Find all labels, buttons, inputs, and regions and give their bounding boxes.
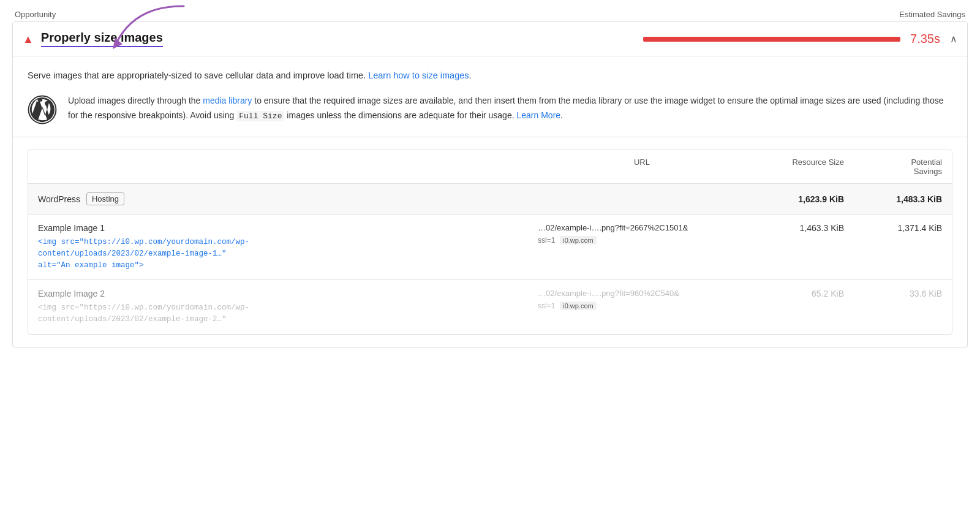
- wp-tip-text: Upload images directly through the media…: [68, 94, 952, 123]
- group-name: WordPress: [38, 194, 80, 204]
- item-url-col-2: …02/example-i….png?fit=960%2C540& ssl=1 …: [538, 289, 746, 310]
- group-label: WordPress Hosting: [38, 192, 538, 205]
- item-title-1: Example Image 1: [38, 223, 530, 233]
- wordpress-tip: Upload images directly through the media…: [28, 94, 952, 124]
- warning-icon: ▲: [23, 34, 34, 45]
- item-url-sub-1: ssl=1 i0.wp.com: [538, 235, 739, 245]
- item-code-2: <img src="https://i0.wp.com/yourdomain.c…: [38, 302, 530, 325]
- item-potential-savings-1: 1,371.4 KiB: [844, 223, 942, 233]
- chevron-up-icon[interactable]: ∧: [950, 33, 957, 45]
- main-description: Serve images that are appropriately-size…: [28, 69, 952, 83]
- item-title-col-2: Example Image 2 <img src="https://i0.wp.…: [38, 289, 538, 325]
- title-right: 7.35s ∧: [643, 32, 957, 46]
- item-url-badge-2: i0.wp.com: [560, 302, 597, 310]
- item-url-sub-2: ssl=1 i0.wp.com: [538, 300, 739, 310]
- item-url-main-1: …02/example-i….png?fit=2667%2C1501&: [538, 223, 739, 232]
- group-row: WordPress Hosting 1,623.9 KiB 1,483.3 Ki…: [28, 184, 952, 215]
- table-row: Example Image 1 <img src="https://i0.wp.…: [28, 215, 952, 280]
- table-header: URL Resource Size Potential Savings: [28, 150, 952, 184]
- table-section: URL Resource Size Potential Savings Word…: [13, 150, 967, 335]
- code-full-size: Full Size: [236, 111, 284, 121]
- title-left: ▲ Properly size images: [23, 31, 163, 47]
- title-bar: ▲ Properly size images 7.35s ∧: [13, 22, 967, 56]
- col-header-name: [38, 158, 538, 176]
- item-url-badge-1: i0.wp.com: [560, 236, 597, 245]
- item-potential-savings-2: 33.6 KiB: [844, 289, 942, 298]
- col-header-potential-savings: Potential Savings: [844, 158, 942, 176]
- data-table: URL Resource Size Potential Savings Word…: [28, 150, 952, 335]
- opportunity-label: Opportunity: [15, 10, 56, 19]
- item-url-main-2: …02/example-i….png?fit=960%2C540&: [538, 289, 739, 298]
- group-resource-size: 1,623.9 KiB: [746, 194, 844, 204]
- learn-how-link[interactable]: Learn how to size images: [368, 70, 469, 80]
- header-row: Opportunity Estimated Savings: [12, 10, 968, 19]
- item-url-col-1: …02/example-i….png?fit=2667%2C1501& ssl=…: [538, 223, 746, 245]
- item-resource-size-2: 65.2 KiB: [746, 289, 844, 298]
- page-title: Properly size images: [41, 31, 163, 47]
- col-header-url: URL: [538, 158, 746, 176]
- table-row: Example Image 2 <img src="https://i0.wp.…: [28, 280, 952, 334]
- estimated-savings-label: Estimated Savings: [899, 10, 965, 19]
- main-card: ▲ Properly size images 7.35s ∧ Serve ima…: [12, 21, 968, 348]
- description-section: Serve images that are appropriately-size…: [13, 56, 967, 137]
- item-title-col-1: Example Image 1 <img src="https://i0.wp.…: [38, 223, 538, 271]
- savings-bar: [643, 37, 900, 42]
- wordpress-logo: [28, 95, 57, 124]
- col-header-resource-size: Resource Size: [746, 158, 844, 176]
- media-library-link[interactable]: media library: [203, 96, 252, 105]
- group-potential-savings: 1,483.3 KiB: [844, 194, 942, 204]
- item-resource-size-1: 1,463.3 KiB: [746, 223, 844, 233]
- item-code-1: <img src="https://i0.wp.com/yourdomain.c…: [38, 237, 530, 271]
- savings-value: 7.35s: [910, 32, 940, 46]
- learn-more-link[interactable]: Learn More: [516, 110, 560, 120]
- page-container: Opportunity Estimated Savings ▲ Properly…: [0, 0, 980, 357]
- item-title-2: Example Image 2: [38, 289, 530, 298]
- hosting-badge: Hosting: [86, 192, 124, 205]
